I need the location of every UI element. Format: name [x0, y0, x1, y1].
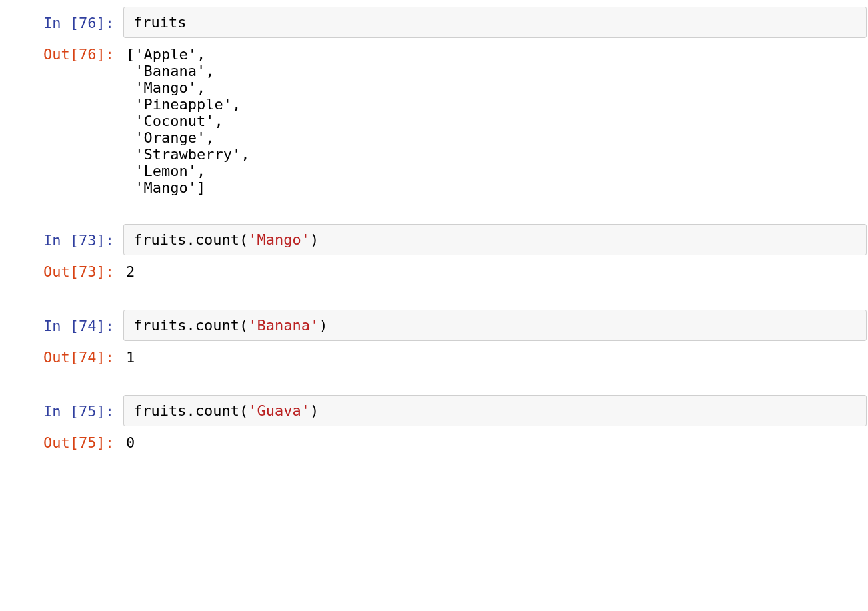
input-cell: In [74]: fruits.count('Banana')	[0, 310, 868, 342]
output-content-col: 1	[123, 342, 868, 374]
output-prompt: Out[75]:	[43, 434, 114, 451]
input-cell: In [76]: fruits	[0, 7, 868, 39]
output-text: 2	[123, 257, 868, 287]
code-input[interactable]: fruits.count('Guava')	[123, 395, 867, 426]
input-prompt-col: In [76]:	[0, 7, 123, 39]
code-prefix: fruits.count(	[133, 317, 248, 334]
output-text: ['Apple', 'Banana', 'Mango', 'Pineapple'…	[123, 39, 868, 203]
output-prompt: Out[74]:	[43, 349, 114, 366]
input-prompt-col: In [73]:	[0, 224, 123, 257]
output-content-col: 2	[123, 257, 868, 288]
output-cell: Out[76]: ['Apple', 'Banana', 'Mango', 'P…	[0, 39, 868, 203]
output-text: 0	[123, 428, 868, 458]
input-cell: In [75]: fruits.count('Guava')	[0, 395, 868, 428]
output-content-col: ['Apple', 'Banana', 'Mango', 'Pineapple'…	[123, 39, 868, 203]
notebook-cell-group: In [73]: fruits.count('Mango') Out[73]: …	[0, 224, 868, 288]
output-content-col: 0	[123, 428, 868, 459]
output-prompt-col: Out[74]:	[0, 342, 123, 374]
input-prompt: In [73]:	[43, 232, 114, 249]
notebook-cell-group: In [75]: fruits.count('Guava') Out[75]: …	[0, 395, 868, 459]
code-prefix: fruits.count(	[133, 402, 248, 419]
code-suffix: )	[310, 402, 319, 419]
input-content-col: fruits.count('Banana')	[123, 310, 868, 342]
code-input[interactable]: fruits.count('Banana')	[123, 310, 867, 341]
code-suffix: )	[310, 231, 319, 248]
output-prompt-col: Out[73]:	[0, 257, 123, 288]
output-prompt-col: Out[75]:	[0, 428, 123, 459]
code-string: 'Guava'	[248, 402, 310, 419]
input-prompt: In [76]:	[43, 15, 114, 31]
input-cell: In [73]: fruits.count('Mango')	[0, 224, 868, 257]
output-cell: Out[73]: 2	[0, 257, 868, 288]
output-prompt: Out[76]:	[43, 46, 114, 63]
notebook-cell-group: In [76]: fruits Out[76]: ['Apple', 'Bana…	[0, 7, 868, 203]
code-suffix: )	[319, 317, 327, 334]
output-prompt-col: Out[76]:	[0, 39, 123, 203]
input-prompt: In [74]:	[43, 318, 114, 334]
input-prompt: In [75]:	[43, 403, 114, 420]
input-content-col: fruits.count('Guava')	[123, 395, 868, 428]
input-content-col: fruits.count('Mango')	[123, 224, 868, 257]
input-prompt-col: In [75]:	[0, 395, 123, 428]
code-string: 'Banana'	[248, 317, 319, 334]
code-input[interactable]: fruits.count('Mango')	[123, 224, 867, 255]
output-prompt: Out[73]:	[43, 263, 114, 280]
code-input[interactable]: fruits	[123, 7, 867, 38]
code-string: 'Mango'	[248, 231, 310, 248]
output-cell: Out[74]: 1	[0, 342, 868, 374]
input-content-col: fruits	[123, 7, 868, 39]
input-prompt-col: In [74]:	[0, 310, 123, 342]
code-text: fruits	[133, 14, 186, 31]
output-text: 1	[123, 342, 868, 372]
output-cell: Out[75]: 0	[0, 428, 868, 459]
notebook-cell-group: In [74]: fruits.count('Banana') Out[74]:…	[0, 310, 868, 374]
code-prefix: fruits.count(	[133, 231, 248, 248]
